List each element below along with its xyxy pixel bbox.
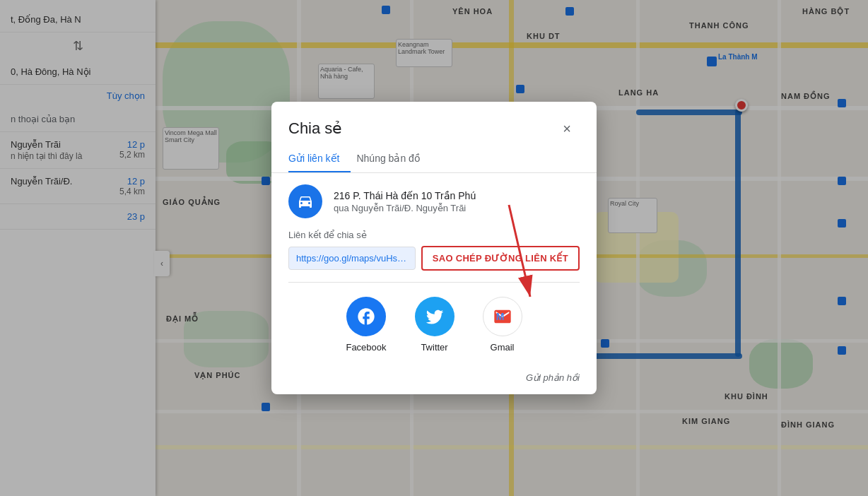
modal-overlay: Chia sẻ × Gửi liên kết Nhúng bản đồ 216 … [0,0,868,496]
copy-link-button[interactable]: SAO CHÉP ĐƯỜNG LIÊN KẾT [421,246,580,271]
facebook-icon [346,297,386,336]
modal-tabs: Gửi liên kết Nhúng bản đồ [271,144,597,173]
link-section: Liên kết để chia sẻ https://goo.gl/maps/… [271,230,597,282]
tab-embed-map[interactable]: Nhúng bản đồ [356,144,431,172]
twitter-label: Twitter [421,342,447,353]
link-label: Liên kết để chia sẻ [288,230,580,240]
feedback-section: Gửi phản hồi [271,367,597,394]
route-car-icon [288,184,322,218]
twitter-share-item[interactable]: Twitter [415,297,454,353]
route-info-section: 216 P. Thái Hà đến 10 Trần Phú qua Nguyễ… [271,173,597,230]
link-input[interactable]: https://goo.gl/maps/vuHsBhf97 [288,247,416,270]
feedback-link[interactable]: Gửi phản hồi [526,372,580,383]
gmail-icon: M [483,297,522,336]
car-icon [297,193,314,210]
facebook-share-item[interactable]: Facebook [346,297,386,353]
svg-text:M: M [495,311,504,322]
route-main-text: 216 P. Thái Hà đến 10 Trần Phú [334,190,476,201]
modal-title: Chia sẻ [288,119,342,138]
facebook-label: Facebook [346,342,386,353]
gmail-share-item[interactable]: M Gmail [483,297,522,353]
gmail-label: Gmail [491,342,515,353]
link-row: https://goo.gl/maps/vuHsBhf97 SAO CHÉP Đ… [288,246,580,271]
twitter-logo [425,307,445,326]
modal-header: Chia sẻ × [271,102,597,141]
social-section: Facebook Twitter [271,283,597,367]
tab-send-link[interactable]: Gửi liên kết [288,144,351,172]
route-sub-text: qua Nguyễn Trãi/Đ. Nguyễn Trãi [334,203,476,213]
gmail-logo: M [493,307,512,326]
facebook-logo [356,307,376,326]
close-button[interactable]: × [554,116,580,141]
twitter-icon [415,297,454,336]
share-modal: Chia sẻ × Gửi liên kết Nhúng bản đồ 216 … [271,102,597,394]
route-text: 216 P. Thái Hà đến 10 Trần Phú qua Nguyễ… [334,190,476,213]
